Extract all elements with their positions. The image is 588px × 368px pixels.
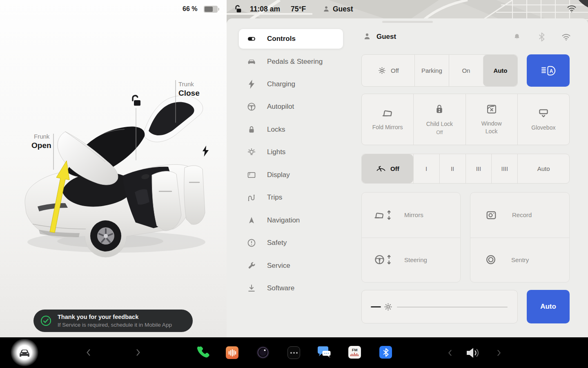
- voice-waveform-app-icon[interactable]: [226, 346, 238, 359]
- trunk-action-button[interactable]: Close: [178, 89, 200, 98]
- car-status-button[interactable]: [11, 339, 38, 366]
- volume-up-chevron[interactable]: [497, 349, 501, 359]
- frunk-action-button[interactable]: Open: [31, 141, 51, 150]
- feedback-toast: Thank you for your feedback If Service i…: [33, 310, 193, 332]
- child-lock-button[interactable]: Child Lock Off: [413, 94, 465, 145]
- car-illustration: [0, 0, 227, 337]
- camera-lens-app-icon[interactable]: [256, 346, 270, 361]
- car-unlocked-padlock-icon[interactable]: [130, 94, 142, 110]
- controls-panel: Controls Pedals & Steering Charging Auto…: [227, 18, 588, 337]
- tesla-touchscreen: 66 % Trunk Close Frunk Open: [0, 0, 588, 368]
- dashcam-icon: [485, 209, 497, 221]
- quick-controls-row: Fold Mirrors Child Lock Off Window Lock: [361, 94, 570, 145]
- wipers-speed-4-segment[interactable]: IIII: [491, 154, 517, 183]
- headlights-off-segment[interactable]: Off: [362, 55, 414, 86]
- menu-item-display[interactable]: Display: [239, 165, 343, 185]
- menu-item-charging[interactable]: Charging: [239, 74, 343, 94]
- menu-item-locks[interactable]: Locks: [239, 120, 343, 139]
- headlights-on-segment[interactable]: On: [449, 55, 483, 86]
- side-mirror-icon: [381, 108, 394, 118]
- menu-item-lights[interactable]: Lights: [239, 142, 343, 162]
- alert-circle-icon: [247, 238, 256, 248]
- guest-profile-name[interactable]: Guest: [376, 33, 396, 41]
- menu-item-service[interactable]: Service: [239, 256, 343, 276]
- window-lock-button[interactable]: Window Lock: [466, 94, 517, 145]
- side-mirror-updown-icon: [374, 209, 392, 221]
- fold-mirrors-button[interactable]: Fold Mirrors: [362, 94, 413, 145]
- glovebox-icon: [538, 107, 549, 119]
- car-front-icon: [17, 347, 32, 358]
- sentry-rings-icon: [485, 254, 497, 265]
- headlights-auto-segment[interactable]: Auto: [483, 55, 517, 86]
- panel-wifi-icon[interactable]: [561, 33, 571, 43]
- wipers-speed-3-segment[interactable]: III: [466, 154, 492, 183]
- light-bulb-icon: [247, 147, 256, 157]
- toggle-icon: [247, 34, 256, 44]
- wipers-auto-segment[interactable]: Auto: [517, 154, 569, 183]
- wipers-speed-2-segment[interactable]: II: [439, 154, 466, 183]
- volume-down-chevron[interactable]: [448, 349, 452, 359]
- window-lock-icon: [486, 104, 497, 114]
- wipers-off-segment[interactable]: Off: [362, 154, 413, 183]
- menu-item-autopilot[interactable]: Autopilot: [239, 97, 343, 117]
- headlamp-auto-icon: A: [541, 64, 556, 77]
- menu-item-software[interactable]: Software: [239, 278, 343, 298]
- car-visualization-pane: 66 % Trunk Close Frunk Open: [0, 0, 227, 337]
- check-circle-icon: [40, 315, 51, 326]
- menu-item-navigation[interactable]: Navigation: [239, 211, 343, 230]
- fm-radio-app-icon[interactable]: FM: [348, 346, 361, 359]
- sun-icon: [377, 66, 387, 75]
- temp-decrease-chevron[interactable]: [86, 348, 91, 359]
- status-person-icon: [322, 5, 330, 15]
- messages-app-icon[interactable]: [316, 346, 332, 361]
- bell-icon[interactable]: [513, 33, 521, 43]
- panel-drag-handle[interactable]: [382, 21, 433, 23]
- speaker-icon[interactable]: [466, 346, 481, 361]
- toast-title: Thank you for your feedback: [58, 313, 172, 321]
- menu-item-trips[interactable]: Trips: [239, 188, 343, 207]
- charge-port-bolt-icon[interactable]: [203, 146, 209, 158]
- brightness-fill: [371, 306, 381, 307]
- phone-app-icon[interactable]: [195, 345, 210, 361]
- download-icon: [247, 283, 256, 293]
- menu-item-safety[interactable]: Safety: [239, 233, 343, 253]
- status-temperature: 75°F: [291, 5, 306, 13]
- sentry-button[interactable]: Sentry: [470, 238, 569, 283]
- temp-increase-chevron[interactable]: [136, 348, 141, 359]
- toast-subtitle: If Service is required, schedule it in M…: [58, 321, 172, 329]
- guest-person-icon: [363, 32, 372, 43]
- brightness-sun-icon[interactable]: [383, 302, 393, 314]
- menu-item-controls[interactable]: Controls: [239, 29, 343, 49]
- trunk-label: Trunk: [178, 81, 194, 88]
- dock: LO FM: [0, 337, 588, 368]
- child-lock-icon: [434, 103, 445, 115]
- status-profile-name[interactable]: Guest: [333, 5, 353, 13]
- brightness-slider[interactable]: [361, 290, 518, 323]
- record-button[interactable]: Record: [470, 193, 569, 238]
- wrench-icon: [247, 261, 256, 271]
- auto-highbeam-button[interactable]: A: [527, 54, 570, 87]
- brightness-track[interactable]: [397, 307, 508, 307]
- padlock-icon: [247, 125, 256, 135]
- wipers-segmented-control: Off I II III IIII Auto: [361, 154, 570, 184]
- security-card: Record Sentry: [470, 192, 570, 283]
- nav-arrow-icon: [247, 215, 256, 225]
- bluetooth-app-icon[interactable]: [379, 346, 392, 359]
- svg-text:A: A: [549, 68, 553, 74]
- bolt-icon: [247, 79, 256, 89]
- steering-wheel-icon: [247, 102, 256, 112]
- brightness-auto-button[interactable]: Auto: [527, 290, 570, 323]
- status-unlocked-padlock-icon[interactable]: [234, 4, 242, 16]
- wipers-speed-1-segment[interactable]: I: [413, 154, 439, 183]
- route-icon: [247, 193, 256, 202]
- more-apps-icon[interactable]: [287, 346, 300, 359]
- battery-icon: [204, 6, 218, 13]
- bluetooth-icon[interactable]: [538, 32, 545, 43]
- status-wifi-icon[interactable]: [567, 4, 577, 15]
- steering-adjust-button[interactable]: Steering: [362, 238, 460, 283]
- menu-item-pedals-steering[interactable]: Pedals & Steering: [239, 52, 343, 72]
- status-time: 11:08 am: [250, 5, 280, 13]
- glovebox-button[interactable]: Glovebox: [517, 94, 569, 145]
- headlights-parking-segment[interactable]: Parking: [414, 55, 449, 86]
- mirrors-adjust-button[interactable]: Mirrors: [362, 193, 460, 238]
